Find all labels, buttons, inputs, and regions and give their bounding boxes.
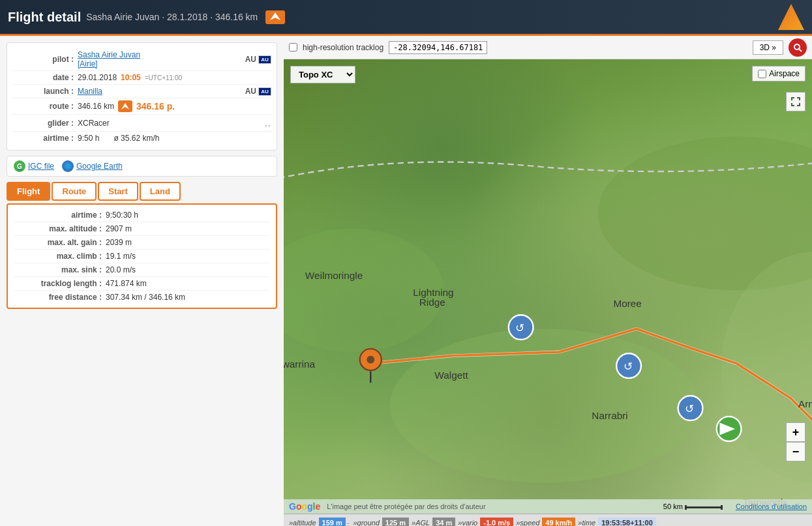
map-footer: Google L'image peut être protégée par de… <box>284 499 812 514</box>
google-earth-link[interactable]: 🌐 Google Earth <box>62 160 123 172</box>
launch-row: launch : Manilla AU AU <box>12 85 271 98</box>
stat-free-dist-value: 307.34 km / 346.16 km <box>106 293 185 302</box>
stat-airtime: airtime : 9:50:30 h <box>14 209 269 222</box>
launch-link[interactable]: Manilla <box>78 87 102 96</box>
svg-rect-29 <box>721 505 723 510</box>
map-type-selector: Topo XC <box>290 66 355 83</box>
glider-row: glider : XCRacer ‥ <box>12 115 271 132</box>
tab-land[interactable]: Land <box>140 182 181 201</box>
map-type-dropdown[interactable]: Topo XC <box>290 66 355 83</box>
pilot-label: pilot : <box>12 55 78 64</box>
ground-value: 125 m <box>382 518 409 527</box>
svg-line-1 <box>799 49 802 51</box>
pilot-name-link[interactable]: Sasha Airie Juvan <box>78 50 140 59</box>
airspace-toggle[interactable]: Airspace <box>752 66 805 81</box>
tab-start[interactable]: Start <box>98 182 138 201</box>
svg-text:Ridge: Ridge <box>419 297 445 308</box>
page-subtitle: Sasha Airie Juvan · 28.1.2018 · 346.16 k… <box>86 12 258 22</box>
status-agl: »AGL 34 m <box>409 514 455 526</box>
conditions-link[interactable]: Conditions d'utilisation <box>736 503 807 510</box>
svg-text:Brewarrina: Brewarrina <box>284 358 315 370</box>
route-row: route : 346.16 km 346.16 p. <box>12 98 271 115</box>
date-row: date : 29.01.2018 10:05 =UTC+11:00 <box>12 71 271 85</box>
coord-display: -28.32094,146.67181 <box>389 41 487 54</box>
launch-value: Manilla AU AU <box>78 87 271 96</box>
igc-icon: G <box>14 160 25 172</box>
route-label: route : <box>12 102 78 111</box>
svg-text:Moree: Moree <box>613 298 641 309</box>
stats-card: airtime : 9:50:30 h max. altitude : 2907… <box>7 203 277 309</box>
scale-bar <box>685 504 724 510</box>
stat-max-climb-label: max. climb : <box>14 252 106 261</box>
ground-label: »ground <box>350 519 382 527</box>
stat-free-dist-label: free distance : <box>14 293 106 302</box>
status-time: »time 19:53:58+11:00 <box>575 514 656 526</box>
stat-max-alt-value: 2907 m <box>106 224 132 233</box>
route-icon <box>118 100 132 112</box>
pilot-row: pilot : Sasha Airie Juvan [Airie] AU AU <box>12 48 271 71</box>
fullscreen-button[interactable] <box>786 92 805 111</box>
altitude-value: 159 m <box>319 518 346 527</box>
tab-route[interactable]: Route <box>52 182 97 201</box>
stat-free-dist: free distance : 307.34 km / 346.16 km <box>14 291 269 304</box>
airtime-value: 9:50 h ø 35.62 km/h <box>78 134 271 143</box>
zoom-in-button[interactable]: + <box>786 422 805 442</box>
svg-point-0 <box>794 44 800 50</box>
svg-point-26 <box>358 347 383 372</box>
route-value: 346.16 km 346.16 p. <box>78 100 271 112</box>
vario-label: »vario <box>455 519 480 527</box>
flight-info-card: pilot : Sasha Airie Juvan [Airie] AU AU … <box>7 42 277 151</box>
airspace-checkbox[interactable] <box>758 70 766 78</box>
zoom-out-button[interactable]: − <box>786 442 805 461</box>
map-area: high-resolution tracklog -28.32094,146.6… <box>284 36 812 526</box>
pilot-country: AU <box>245 55 256 64</box>
stat-max-climb-value: 19.1 m/s <box>106 252 136 261</box>
svg-text:Armida: Armida <box>798 398 812 409</box>
stat-max-alt-gain-label: max. alt. gain : <box>14 238 106 247</box>
igc-file-link[interactable]: G IGC file <box>14 160 54 172</box>
status-bar: »altitude 159 m - »ground 125 m »AGL 34 … <box>284 514 812 526</box>
zoom-controls: + − <box>786 422 805 461</box>
title-area: Flight detail Sasha Airie Juvan · 28.1.2… <box>8 10 285 25</box>
stat-max-alt: max. altitude : 2907 m <box>14 222 269 236</box>
tracklog-label: high-resolution tracklog <box>303 43 383 52</box>
stat-max-sink-label: max. sink : <box>14 265 106 274</box>
status-ground: »ground 125 m <box>350 514 409 526</box>
pilot-club-link[interactable]: [Airie] <box>78 59 140 68</box>
google-logo: Google <box>289 501 320 512</box>
flight-icon <box>265 10 285 24</box>
links-row: G IGC file 🌐 Google Earth <box>7 156 277 177</box>
svg-rect-28 <box>685 505 687 510</box>
status-altitude: »altitude 159 m <box>286 514 346 526</box>
stat-airtime-value: 9:50:30 h <box>106 211 138 220</box>
stat-max-climb: max. climb : 19.1 m/s <box>14 250 269 263</box>
status-vario: »vario -1.0 m/s <box>455 514 513 526</box>
tab-flight[interactable]: Flight <box>7 182 50 201</box>
stat-max-sink-value: 20.0 m/s <box>106 265 136 274</box>
map-container[interactable]: Weilmoringle Lightning Ridge Moree Brewa… <box>284 59 812 514</box>
launch-label: launch : <box>12 87 78 96</box>
stat-max-alt-gain: max. alt. gain : 2039 m <box>14 236 269 250</box>
svg-text:↺: ↺ <box>624 360 633 373</box>
glider-label: glider : <box>12 119 78 128</box>
view-3d-button[interactable]: 3D » <box>753 40 783 55</box>
date-label: date : <box>12 73 78 82</box>
search-icon <box>793 43 802 52</box>
left-panel: pilot : Sasha Airie Juvan [Airie] AU AU … <box>0 36 284 526</box>
airspace-label: Airspace <box>769 69 800 78</box>
svg-text:↺: ↺ <box>685 403 694 415</box>
svg-text:Weilmoringle: Weilmoringle <box>305 270 363 281</box>
speed-value: 49 km/h <box>542 518 575 527</box>
stat-max-sink: max. sink : 20.0 m/s <box>14 263 269 277</box>
tracklog-checkbox[interactable] <box>289 43 297 51</box>
search-button[interactable] <box>789 38 807 57</box>
launch-flag: AU <box>258 87 271 96</box>
stat-airtime-label: airtime : <box>14 211 106 220</box>
main-layout: pilot : Sasha Airie Juvan [Airie] AU AU … <box>0 36 812 526</box>
pilot-flag: AU <box>258 55 271 64</box>
ge-icon: 🌐 <box>62 160 74 172</box>
stat-max-alt-label: max. altitude : <box>14 224 106 233</box>
time-value: 19:53:58+11:00 <box>598 518 656 527</box>
date-value: 29.01.2018 10:05 =UTC+11:00 <box>78 73 271 82</box>
airtime-row: airtime : 9:50 h ø 35.62 km/h <box>12 132 271 145</box>
